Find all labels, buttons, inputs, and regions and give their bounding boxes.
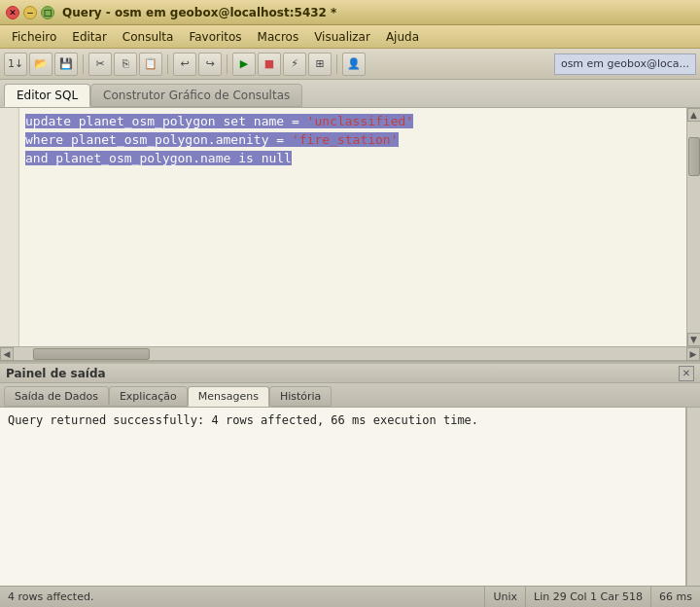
editor-horizontal-scrollbar[interactable]: ◀ ▶ [0, 346, 700, 360]
tab-saida-dados[interactable]: Saída de Dados [4, 386, 109, 407]
toolbar-btn-stop[interactable]: ■ [258, 53, 281, 76]
menu-visualizar[interactable]: Visualizar [306, 28, 378, 46]
toolbar-btn-profile[interactable]: 👤 [342, 53, 366, 76]
toolbar-btn-4[interactable]: ⊞ [308, 53, 332, 76]
menu-favoritos[interactable]: Favoritos [181, 28, 249, 46]
code-editor[interactable]: update planet_osm_polygon set name = 'un… [19, 108, 686, 346]
scroll-right-arrow[interactable]: ▶ [686, 347, 700, 361]
menu-bar: Ficheiro Editar Consulta Favoritos Macro… [0, 25, 700, 49]
line-gutter [0, 108, 19, 346]
toolbar-btn-1[interactable]: 1↓ [4, 53, 27, 76]
toolbar: 1↓ 📂 💾 ✂ ⎘ 📋 ↩ ↪ ▶ ■ ⚡ ⊞ 👤 osm em geobox… [0, 49, 700, 80]
scroll-up-arrow[interactable]: ▲ [687, 108, 701, 122]
menu-ficheiro[interactable]: Ficheiro [4, 28, 64, 46]
title-bar: ✕ − □ Query - osm em geobox@localhost:54… [0, 0, 700, 25]
toolbar-btn-copy[interactable]: ⎘ [114, 53, 137, 76]
editor-panel: Editor SQL Construtor Gráfico de Consult… [0, 80, 700, 362]
menu-ajuda[interactable]: Ajuda [378, 28, 427, 46]
toolbar-btn-save[interactable]: 💾 [54, 53, 78, 76]
window-controls[interactable]: ✕ − □ [6, 6, 54, 19]
scroll-thumb[interactable] [688, 137, 700, 176]
maximize-button[interactable]: □ [41, 6, 54, 19]
main-area: Editor SQL Construtor Gráfico de Consult… [0, 80, 700, 586]
editor-content: update planet_osm_polygon set name = 'un… [0, 108, 700, 346]
output-panel-title: Painel de saída [6, 367, 679, 380]
scroll-down-arrow[interactable]: ▼ [687, 333, 701, 346]
output-row: Query returned successfully: 4 rows affe… [0, 408, 700, 586]
status-rows-affected: 4 rows affected. [0, 587, 485, 607]
minimize-button[interactable]: − [23, 6, 37, 19]
toolbar-separator-3 [227, 54, 228, 74]
tab-mensagens[interactable]: Mensagens [188, 386, 269, 407]
status-timing: 66 ms [651, 587, 700, 607]
scroll-left-arrow[interactable]: ◀ [0, 347, 14, 361]
editor-tab-bar: Editor SQL Construtor Gráfico de Consult… [0, 80, 700, 108]
status-encoding: Unix [485, 587, 526, 607]
toolbar-btn-open[interactable]: 📂 [29, 53, 52, 76]
toolbar-separator-4 [336, 54, 337, 74]
menu-macros[interactable]: Macros [250, 28, 307, 46]
output-close-button[interactable]: ✕ [679, 366, 694, 381]
tab-historia[interactable]: História [269, 386, 332, 407]
toolbar-btn-paste[interactable]: 📋 [139, 53, 162, 76]
toolbar-btn-undo[interactable]: ↩ [173, 53, 196, 76]
editor-vertical-scrollbar[interactable]: ▲ ▼ [686, 108, 700, 346]
tab-graphic-builder[interactable]: Construtor Gráfico de Consultas [90, 84, 302, 107]
tab-explicacao[interactable]: Explicação [109, 386, 188, 407]
output-panel: Painel de saída ✕ Saída de Dados Explica… [0, 362, 700, 586]
connection-label: osm em geobox@loca... [554, 54, 696, 75]
toolbar-separator-2 [167, 54, 168, 74]
output-message: Query returned successfully: 4 rows affe… [0, 408, 686, 586]
toolbar-btn-execute[interactable]: ▶ [232, 53, 256, 76]
toolbar-btn-redo[interactable]: ↪ [198, 53, 222, 76]
menu-editar[interactable]: Editar [64, 28, 115, 46]
output-scrollbar[interactable] [686, 408, 700, 586]
hscroll-track [14, 347, 686, 360]
toolbar-btn-explain[interactable]: ⚡ [283, 53, 306, 76]
status-position: Lin 29 Col 1 Car 518 [526, 587, 651, 607]
close-button[interactable]: ✕ [6, 6, 19, 19]
menu-consulta[interactable]: Consulta [115, 28, 182, 46]
status-bar: 4 rows affected. Unix Lin 29 Col 1 Car 5… [0, 586, 700, 607]
window-title: Query - osm em geobox@localhost:5432 * [62, 6, 336, 19]
toolbar-btn-cut[interactable]: ✂ [88, 53, 112, 76]
output-header: Painel de saída ✕ [0, 362, 700, 383]
hscroll-thumb[interactable] [33, 348, 150, 360]
tab-editor-sql[interactable]: Editor SQL [4, 84, 90, 107]
output-tab-bar: Saída de Dados Explicação Mensagens Hist… [0, 383, 700, 408]
toolbar-separator-1 [83, 54, 84, 74]
